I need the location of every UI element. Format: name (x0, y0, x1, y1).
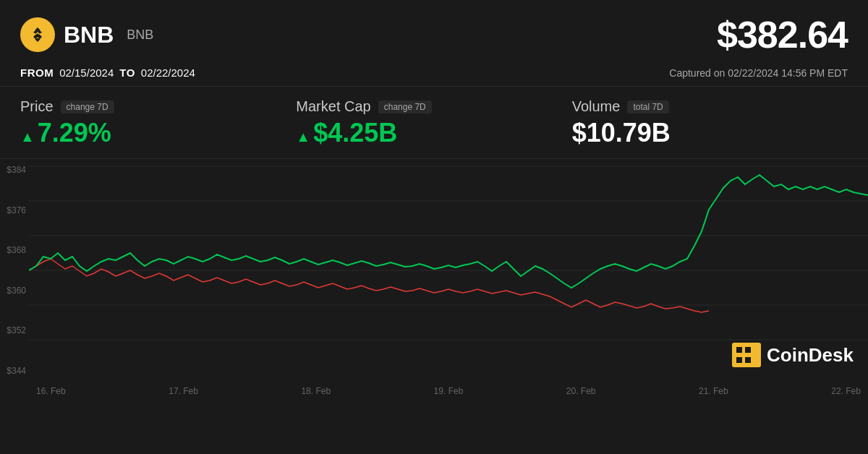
market-cap-arrow: ▲ (296, 129, 310, 145)
price-badge: change 7D (61, 100, 114, 113)
header: BNB BNB $382.64 (0, 0, 868, 64)
from-date: 02/15/2024 (59, 67, 114, 79)
captured-info: Captured on 02/22/2024 14:56 PM EDT (669, 67, 848, 79)
y-label-376: $376 (0, 205, 29, 215)
market-cap-value: ▲$4.25B (296, 118, 571, 148)
market-cap-badge: change 7D (378, 100, 432, 113)
coindesk-label: CoinDesk (767, 344, 854, 367)
x-label-18feb: 18. Feb (301, 386, 331, 396)
coin-ticker: BNB (127, 27, 153, 43)
x-label-20feb: 20. Feb (566, 386, 596, 396)
coin-name: BNB (64, 22, 114, 48)
y-label-344: $344 (0, 366, 29, 376)
price-arrow: ▲ (20, 129, 35, 145)
x-label-22feb: 22. Feb (831, 386, 861, 396)
y-label-352: $352 (0, 325, 29, 335)
svg-rect-10 (745, 357, 751, 363)
market-cap-stat: Market Cap change 7D ▲$4.25B (296, 93, 571, 154)
svg-rect-9 (736, 357, 742, 363)
price-label: Price (20, 98, 54, 115)
market-cap-label: Market Cap (296, 98, 370, 115)
price-value: ▲7.29% (20, 118, 296, 148)
volume-stat: Volume total 7D $10.79B (572, 93, 848, 154)
y-label-368: $368 (0, 245, 29, 255)
volume-badge: total 7D (627, 100, 668, 113)
x-label-19feb: 19. Feb (434, 386, 464, 396)
date-range: FROM 02/15/2024 TO 02/22/2024 Captured o… (0, 64, 868, 86)
x-label-16feb: 16. Feb (36, 386, 66, 396)
stats-row: Price change 7D ▲7.29% Market Cap change… (0, 86, 868, 159)
to-date: 02/22/2024 (141, 67, 195, 79)
x-label-17feb: 17. Feb (169, 386, 198, 396)
svg-rect-7 (736, 347, 742, 353)
x-axis: 16. Feb 17. Feb 18. Feb 19. Feb 20. Feb … (29, 386, 868, 396)
x-label-21feb: 21. Feb (699, 386, 728, 396)
svg-rect-6 (732, 343, 761, 367)
price-stat: Price change 7D ▲7.29% (20, 93, 296, 154)
volume-value: $10.79B (572, 118, 848, 148)
current-price: $382.64 (717, 13, 848, 56)
bnb-logo-icon (20, 17, 55, 52)
green-line (29, 175, 868, 288)
price-chart (29, 159, 868, 369)
volume-label: Volume (572, 98, 621, 115)
chart-area: $384 $376 $368 $360 $352 $344 16. Feb 17… (0, 159, 868, 398)
coin-info: BNB BNB (20, 17, 153, 52)
y-label-360: $360 (0, 286, 29, 296)
y-axis: $384 $376 $368 $360 $352 $344 (0, 159, 29, 398)
coindesk-branding: CoinDesk (731, 341, 854, 369)
svg-rect-8 (745, 347, 751, 353)
y-label-384: $384 (0, 165, 29, 175)
to-label: TO (119, 67, 135, 79)
coindesk-icon (731, 341, 762, 369)
from-label: FROM (20, 67, 54, 79)
